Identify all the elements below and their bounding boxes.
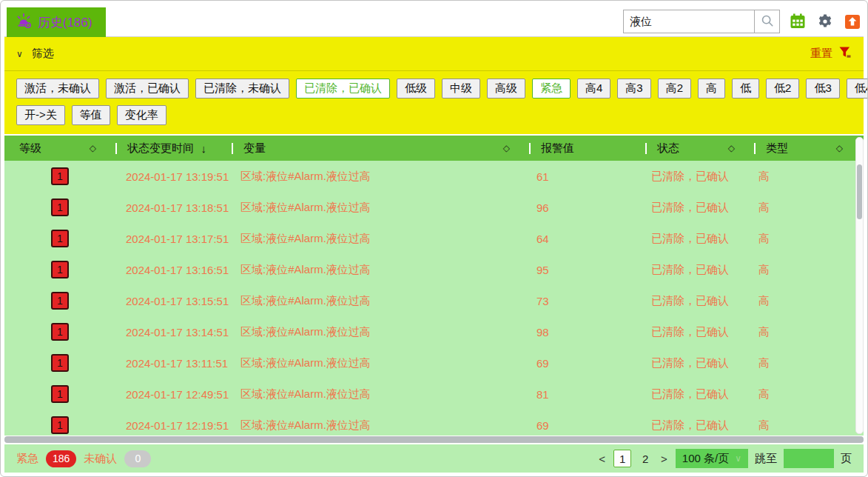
column-header-label: 状态变更时间 — [127, 141, 194, 156]
alarm-table: 等级◇状态变更时间↓变量◇报警值状态◇类型◇ 12024-01-17 13:19… — [4, 136, 864, 436]
filter-button[interactable]: 高4 — [577, 79, 610, 99]
search-box — [623, 10, 780, 33]
jump-page-input[interactable] — [784, 449, 834, 468]
filter-button[interactable]: 低3 — [806, 79, 839, 99]
urgent-count-badge: 186 — [46, 450, 76, 467]
cell-time: 2024-01-17 13:11:51 — [115, 357, 230, 370]
filter-collapse-toggle[interactable]: ∨ 筛选 — [16, 47, 54, 61]
cell-type: 高 — [748, 294, 864, 308]
sort-desc-icon: ↓ — [201, 142, 207, 155]
cell-level: 1 — [4, 230, 115, 247]
cell-status: 已清除，已确认 — [641, 356, 748, 370]
tab-history[interactable]: 历史(186) — [7, 7, 106, 37]
filter-button[interactable]: 激活，已确认 — [106, 79, 189, 99]
table-row[interactable]: 12024-01-17 12:49:51区域:液位#Alarm.液位过高81已清… — [4, 378, 864, 410]
filter-button[interactable]: 高2 — [658, 79, 691, 99]
filter-button[interactable]: 等值 — [72, 105, 110, 125]
column-header[interactable]: 状态◇ — [647, 136, 754, 161]
table-row[interactable]: 12024-01-17 13:16:51区域:液位#Alarm.液位过高95已清… — [4, 254, 864, 285]
page-size-select[interactable]: 100 条/页 ∨ — [676, 449, 748, 468]
table-row[interactable]: 12024-01-17 13:15:51区域:液位#Alarm.液位过高73已清… — [4, 285, 864, 316]
column-header[interactable]: 等级◇ — [4, 136, 115, 161]
search-icon — [760, 13, 775, 30]
filter-funnel-icon[interactable] — [838, 46, 852, 62]
filter-button[interactable]: 已清除，未确认 — [195, 79, 289, 99]
filter-button[interactable]: 已清除，已确认 — [296, 79, 390, 99]
cell-level: 1 — [4, 323, 115, 341]
calendar-button[interactable] — [788, 12, 807, 31]
table-row[interactable]: 12024-01-17 12:19:51区域:液位#Alarm.液位过高69已清… — [4, 410, 864, 436]
table-row[interactable]: 12024-01-17 13:11:51区域:液位#Alarm.液位过高69已清… — [4, 347, 864, 378]
cell-status: 已清除，已确认 — [641, 232, 748, 246]
prev-page-button[interactable]: < — [597, 453, 607, 465]
cell-time: 2024-01-17 13:14:51 — [115, 326, 230, 338]
cell-value: 98 — [526, 326, 641, 338]
sort-icon: ◇ — [90, 143, 96, 153]
table-row[interactable]: 12024-01-17 13:14:51区域:液位#Alarm.液位过高98已清… — [4, 316, 864, 347]
cell-level: 1 — [4, 416, 115, 434]
filter-title: 筛选 — [32, 47, 54, 61]
cell-time: 2024-01-17 13:17:51 — [115, 233, 230, 245]
cell-type: 高 — [748, 387, 864, 401]
filter-button[interactable]: 紧急 — [532, 79, 571, 99]
pagination: < 12 > 100 条/页 ∨ 跳至 页 — [597, 449, 852, 468]
column-header[interactable]: 报警值 — [531, 136, 645, 161]
reset-button[interactable]: 重置 — [810, 47, 832, 61]
tab-label: 历史(186) — [38, 14, 92, 31]
cell-status: 已清除，已确认 — [641, 263, 748, 277]
filter-button[interactable]: 低4 — [847, 79, 868, 99]
cell-variable: 区域:液位#Alarm.液位过高 — [230, 201, 526, 215]
filter-button-row: 激活，未确认激活，已确认已清除，未确认已清除，已确认低级中级高级紧急高4高3高2… — [16, 79, 852, 99]
filter-button[interactable]: 变化率 — [117, 105, 166, 125]
cell-status: 已清除，已确认 — [641, 201, 748, 215]
page-buttons: 12 — [613, 450, 653, 467]
vertical-scrollbar[interactable] — [855, 137, 864, 434]
alarm-icon — [16, 13, 32, 33]
filter-button[interactable]: 高级 — [487, 79, 525, 99]
filter-button[interactable]: 低级 — [397, 79, 435, 99]
horizontal-scrollbar[interactable] — [4, 436, 864, 443]
column-header-label: 等级 — [19, 141, 41, 156]
table-header: 等级◇状态变更时间↓变量◇报警值状态◇类型◇ — [4, 136, 864, 161]
filter-button[interactable]: 高3 — [617, 79, 650, 99]
status-footer: 紧急 186 未确认 0 < 12 > 100 条/页 ∨ 跳至 页 — [4, 444, 864, 473]
cell-variable: 区域:液位#Alarm.液位过高 — [230, 170, 526, 184]
level-badge: 1 — [51, 416, 69, 434]
table-row[interactable]: 12024-01-17 13:19:51区域:液位#Alarm.液位过高61已清… — [4, 161, 864, 192]
search-button[interactable] — [754, 10, 779, 33]
column-header[interactable]: 变量◇ — [233, 136, 529, 161]
chevron-down-icon: ∨ — [735, 453, 741, 464]
page-size-value: 100 条/页 — [682, 452, 729, 466]
column-header-label: 变量 — [243, 141, 266, 156]
filter-button[interactable]: 低 — [732, 79, 759, 99]
column-header[interactable]: 状态变更时间↓ — [117, 136, 232, 161]
settings-button[interactable] — [815, 12, 835, 31]
vertical-scrollbar-thumb[interactable] — [857, 164, 862, 219]
cell-time: 2024-01-17 13:16:51 — [115, 264, 230, 276]
filter-button[interactable]: 开->关 — [16, 105, 65, 125]
sort-icon: ◇ — [836, 143, 843, 153]
next-page-button[interactable]: > — [659, 453, 669, 465]
export-button[interactable] — [843, 12, 862, 31]
cell-variable: 区域:液位#Alarm.液位过高 — [230, 325, 526, 339]
column-header[interactable]: 类型◇ — [756, 136, 862, 161]
column-header-label: 类型 — [766, 141, 788, 156]
filter-button[interactable]: 激活，未确认 — [16, 79, 99, 99]
cell-variable: 区域:液位#Alarm.液位过高 — [230, 263, 526, 277]
cell-level: 1 — [4, 385, 115, 403]
alarm-counters: 紧急 186 未确认 0 — [16, 450, 151, 467]
filter-button[interactable]: 低2 — [766, 79, 799, 99]
filter-button[interactable]: 高 — [698, 79, 725, 99]
cell-type: 高 — [748, 325, 864, 339]
filter-button[interactable]: 中级 — [442, 79, 480, 99]
cell-variable: 区域:液位#Alarm.液位过高 — [230, 418, 526, 433]
page-button[interactable]: 1 — [613, 450, 631, 467]
table-body: 12024-01-17 13:19:51区域:液位#Alarm.液位过高61已清… — [4, 161, 864, 436]
table-row[interactable]: 12024-01-17 13:18:51区域:液位#Alarm.液位过高96已清… — [4, 192, 864, 223]
filter-bar: ∨ 筛选 重置 — [4, 37, 864, 71]
page-button[interactable]: 2 — [638, 450, 653, 467]
table-row[interactable]: 12024-01-17 13:17:51区域:液位#Alarm.液位过高64已清… — [4, 223, 864, 254]
level-badge: 1 — [51, 261, 69, 278]
search-input[interactable] — [624, 10, 754, 33]
cell-status: 已清除，已确认 — [641, 170, 748, 184]
